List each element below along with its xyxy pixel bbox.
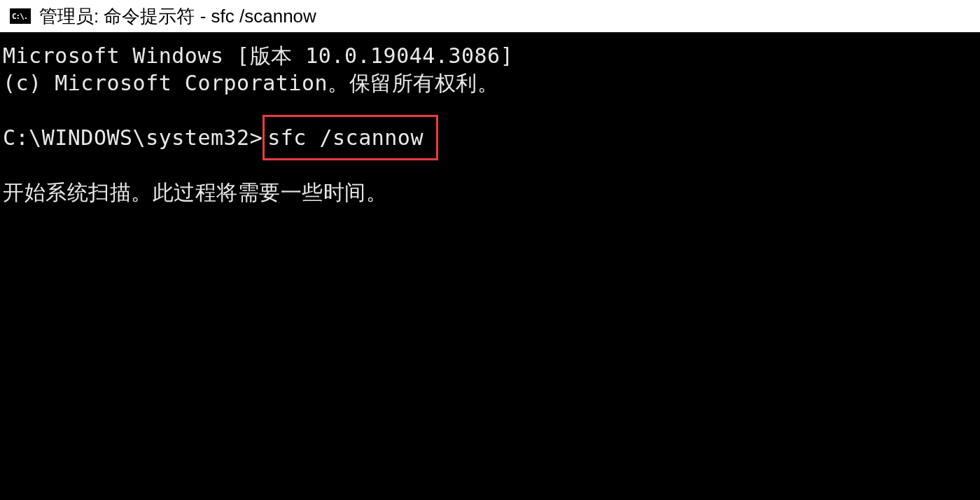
- terminal-area[interactable]: Microsoft Windows [版本 10.0.19044.3086] (…: [0, 32, 980, 206]
- cmd-icon: C:\.: [10, 8, 31, 24]
- blank-line: [0, 97, 980, 123]
- cmd-icon-text: C:\.: [12, 12, 28, 21]
- prompt-path: C:\WINDOWS\system32>: [3, 124, 262, 151]
- window-title: 管理员: 命令提示符 - sfc /scannow: [39, 4, 316, 29]
- scan-output-line: 开始系统扫描。此过程将需要一些时间。: [0, 179, 980, 206]
- entered-command: sfc /scannow: [267, 125, 424, 150]
- command-highlight-box: sfc /scannow: [262, 115, 438, 160]
- copyright-line: (c) Microsoft Corporation。保留所有权利。: [0, 69, 980, 97]
- window-titlebar[interactable]: C:\. 管理员: 命令提示符 - sfc /scannow: [0, 0, 980, 32]
- version-line: Microsoft Windows [版本 10.0.19044.3086]: [0, 42, 980, 69]
- blank-line: [0, 152, 980, 179]
- prompt-line: C:\WINDOWS\system32>sfc /scannow: [0, 123, 980, 152]
